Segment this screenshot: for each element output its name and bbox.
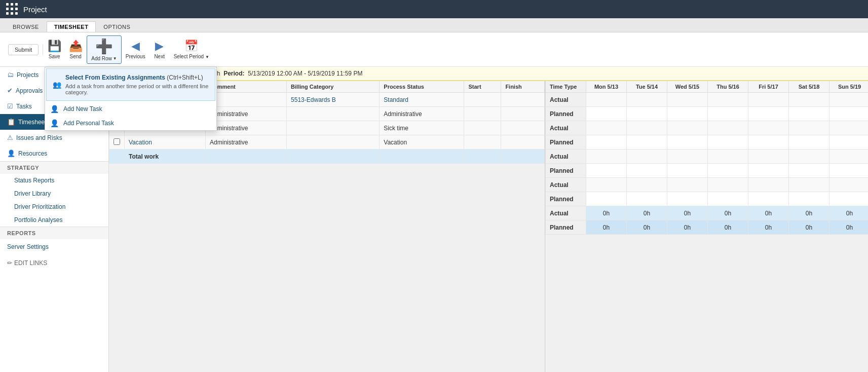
total-time-row-planned: Planned 0h 0h 0h 0h 0h 0h 0h: [546, 220, 869, 235]
time-cell[interactable]: [627, 121, 667, 135]
col-tue: Tue 5/14: [627, 81, 667, 93]
comment-cell: Administrative: [206, 135, 287, 150]
process-status-cell: Sick time: [380, 121, 464, 135]
col-finish: Finish: [501, 81, 545, 93]
period-value: 5/13/2019 12:00 AM - 5/19/2019 11:59 PM: [246, 70, 363, 77]
sidebar-resources-label: Resources: [18, 150, 47, 157]
tab-options[interactable]: OPTIONS: [96, 21, 138, 32]
time-cell[interactable]: [829, 150, 869, 164]
start-cell: [464, 135, 501, 150]
sidebar-item-issues[interactable]: ⚠ Issues and Risks: [0, 130, 108, 145]
col-comment: Comment: [206, 81, 287, 93]
time-cell[interactable]: [789, 178, 829, 192]
time-cell[interactable]: [627, 178, 667, 192]
sidebar-tasks-label: Tasks: [16, 103, 32, 110]
time-cell[interactable]: [627, 93, 667, 107]
save-button[interactable]: 💾 Save: [44, 38, 64, 61]
time-cell[interactable]: [667, 150, 708, 164]
time-cell[interactable]: [829, 178, 869, 192]
time-cell[interactable]: [586, 121, 627, 135]
col-fri: Fri 5/17: [748, 81, 789, 93]
save-icon: 💾: [48, 40, 61, 53]
sidebar-driver-prioritization[interactable]: Driver Prioritization: [0, 200, 108, 213]
time-cell[interactable]: [667, 121, 708, 135]
total-process-cell: [380, 150, 464, 164]
time-cell: [708, 192, 748, 206]
time-cell[interactable]: [748, 121, 789, 135]
time-cell[interactable]: [586, 150, 627, 164]
checkbox-cell[interactable]: [109, 135, 125, 150]
add-row-button[interactable]: ➕ Add Row ▼: [87, 35, 122, 64]
edit-links-button[interactable]: ✏ EDIT LINKS: [0, 254, 108, 272]
time-cell[interactable]: [586, 178, 627, 192]
billing-cell: [287, 121, 380, 135]
time-cell[interactable]: [748, 93, 789, 107]
sidebar-server-settings[interactable]: Server Settings: [0, 239, 108, 254]
sidebar-item-resources[interactable]: 👤 Resources: [0, 145, 108, 161]
select-period-button[interactable]: 📅 Select Period ▼: [171, 38, 212, 61]
save-label: Save: [49, 54, 60, 59]
previous-button[interactable]: ◀ Previous: [123, 38, 148, 61]
sidebar-portfolio-analyses[interactable]: Portfolio Analyses: [0, 213, 108, 227]
dropdown-add-personal-task[interactable]: 👤 Add Personal Task: [45, 116, 216, 130]
dropdown-select-assignments[interactable]: 👥 Select From Existing Assignments (Ctrl…: [46, 68, 215, 101]
sidebar-projects-label: Projects: [17, 71, 39, 79]
project-name-cell[interactable]: Vacation: [125, 135, 206, 150]
time-cell[interactable]: [667, 93, 708, 107]
timesheet-container: Project Name Comment Billing Category Pr…: [109, 81, 868, 372]
time-row-planned: Planned: [546, 107, 869, 121]
col-process-status: Process Status: [380, 81, 464, 93]
time-cell[interactable]: [586, 93, 627, 107]
time-cell[interactable]: [748, 150, 789, 164]
time-type-planned: Planned: [546, 192, 586, 206]
time-cell: [708, 135, 748, 150]
time-cell[interactable]: [708, 150, 748, 164]
pencil-icon: ✏: [7, 259, 12, 267]
resources-icon: 👤: [7, 150, 15, 157]
dropdown-add-new-task[interactable]: 👤 Add New Task: [45, 102, 216, 116]
submit-button[interactable]: Submit: [8, 44, 39, 55]
billing-cell: 5513-Edwards B: [287, 93, 380, 107]
time-cell: [789, 164, 829, 178]
send-button[interactable]: 📤 Send: [65, 38, 86, 61]
time-type-planned: Planned: [546, 164, 586, 178]
time-cell: [748, 192, 789, 206]
next-button[interactable]: ▶ Next: [149, 38, 170, 61]
time-row-planned: Planned: [546, 135, 869, 150]
col-wed: Wed 5/15: [667, 81, 708, 93]
tab-browse[interactable]: BROWSE: [5, 21, 47, 32]
total-billing-cell: [287, 150, 380, 164]
time-cell[interactable]: [708, 121, 748, 135]
time-cell[interactable]: [789, 150, 829, 164]
time-cell[interactable]: [708, 178, 748, 192]
timesheet-right-table: Time Type Mon 5/13 Tue 5/14 Wed 5/15 Thu…: [545, 81, 868, 235]
time-cell[interactable]: [829, 121, 869, 135]
time-cell: [667, 135, 708, 150]
time-cell[interactable]: [627, 150, 667, 164]
sidebar-driver-library[interactable]: Driver Library: [0, 187, 108, 200]
total-mon-planned: 0h: [586, 220, 627, 235]
dropdown-item-desc: Add a task from another time period or w…: [65, 83, 209, 95]
tab-timesheet[interactable]: TIMESHEET: [47, 21, 96, 32]
time-cell: [829, 135, 869, 150]
time-cell[interactable]: [748, 178, 789, 192]
time-cell[interactable]: [667, 178, 708, 192]
time-cell: [748, 164, 789, 178]
time-cell[interactable]: [708, 93, 748, 107]
top-bar: Project: [0, 0, 868, 18]
time-cell[interactable]: [789, 93, 829, 107]
sidebar-status-reports[interactable]: Status Reports: [0, 174, 108, 187]
total-mon-actual: 0h: [586, 206, 627, 220]
total-sun-actual: 0h: [829, 206, 869, 220]
time-cell: [789, 192, 829, 206]
period-label: Period:: [223, 70, 244, 77]
time-cell: [627, 107, 667, 121]
previous-label: Previous: [126, 54, 145, 59]
app-grid-icon[interactable]: [6, 3, 18, 15]
time-cell: [627, 164, 667, 178]
total-label-cell: Total work: [125, 150, 206, 164]
time-type-actual: Actual: [546, 150, 586, 164]
time-cell[interactable]: [789, 121, 829, 135]
time-cell[interactable]: [829, 93, 869, 107]
total-wed-planned: 0h: [667, 220, 708, 235]
